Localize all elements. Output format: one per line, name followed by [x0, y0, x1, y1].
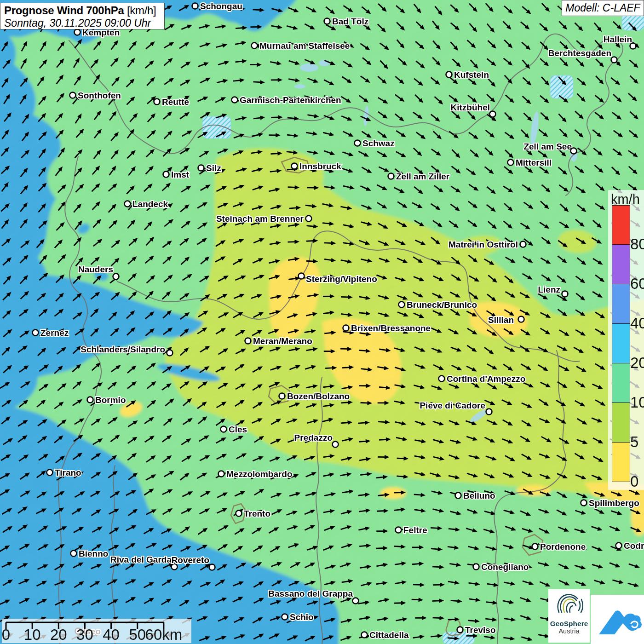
city-marker [154, 99, 160, 105]
map-title-box: Prognose Wind 700hPa [km/h] Sonntag, 30.… [0, 3, 165, 29]
city-label: Treviso [465, 625, 496, 635]
city-label: Riva del Garda [110, 555, 172, 564]
model-label-box: Modell: C-LAEF [562, 0, 644, 16]
city-marker [33, 330, 39, 336]
city-marker [306, 216, 312, 222]
city-label: Cittadella [369, 630, 409, 640]
scale-tick-label: 60km [145, 626, 183, 643]
city-marker [353, 598, 359, 604]
city-marker [245, 338, 251, 344]
city-label: Schlanders/Silandro [80, 345, 165, 354]
city-marker [221, 426, 227, 432]
legend-segment [612, 284, 630, 324]
city-label: Zernez [40, 328, 69, 338]
city-label: Feltre [403, 525, 427, 535]
city-label: Bozen/Bolzano [287, 391, 350, 401]
city-marker [113, 274, 119, 280]
scale-tick-label: 30 [76, 626, 93, 643]
city-label: Trento [244, 509, 270, 518]
legend-segment [612, 403, 630, 443]
city-marker [75, 29, 80, 35]
city-label: Bormio [95, 395, 126, 405]
city-label: Predazzo [294, 433, 333, 443]
city-marker [388, 173, 394, 179]
legend-tick-label: 60 [630, 275, 644, 293]
city-label: Nauders [78, 264, 113, 274]
city-label: Spilimbergo [589, 498, 639, 508]
wind-speed-legend: km/h 806040201050 [608, 190, 644, 490]
legend-segment [612, 205, 630, 245]
city-label: Silz [206, 163, 221, 173]
city-marker [47, 470, 53, 476]
city-marker [236, 511, 242, 517]
legend-segment [612, 245, 630, 284]
city-label: Pieve di Cadore [420, 401, 485, 410]
geosphere-org-region: Austria [548, 627, 590, 635]
geosphere-contour-icon [554, 591, 584, 618]
city-label: Kitzbühel [451, 103, 490, 112]
city-label: Sterzing/Vipiteno [306, 274, 377, 284]
city-label: Kufstein [454, 70, 489, 80]
geosphere-logo-box: GeoSphere Austria [548, 589, 590, 643]
city-label: Belluno [463, 491, 495, 500]
app-logo-box [591, 595, 644, 644]
city-marker [125, 201, 131, 207]
city-marker [455, 493, 461, 499]
city-label: Imst [171, 170, 190, 179]
city-marker [87, 397, 93, 403]
city-label: Codroipo [624, 541, 644, 551]
city-marker [252, 43, 258, 49]
city-label: Murnau am Staffelsee [259, 41, 350, 51]
city-label: Pordenone [540, 542, 586, 552]
city-label: Zell am See [523, 142, 572, 151]
city-marker [333, 442, 339, 448]
city-label: Berchtesgaden [548, 48, 611, 58]
city-label: Meran/Merano [253, 336, 312, 346]
legend-tick-label: 40 [630, 315, 644, 332]
city-marker [70, 92, 76, 98]
city-marker [192, 3, 198, 9]
wind-forecast-map: SchongauBad TölzKemptenMurnau am Staffel… [0, 0, 644, 644]
forecast-datetime: Sonntag, 30.11.2025 09:00 Uhr [4, 17, 161, 29]
city-marker [490, 111, 496, 117]
city-label: Sonthofen [78, 91, 121, 100]
city-label: Schwaz [362, 138, 395, 148]
page-title: Prognose Wind 700hPa [km/h] [4, 4, 161, 17]
geosphere-org-name: GeoSphere [548, 620, 590, 627]
city-label: Reutte [162, 97, 189, 107]
city-marker [355, 140, 361, 146]
city-marker [198, 165, 204, 171]
city-label: Cortina d'Ampezzo [447, 374, 525, 384]
city-marker [508, 160, 514, 166]
city-marker [71, 551, 77, 557]
city-marker [532, 544, 538, 550]
weather-map-page: { "header": { "title_bold": "Prognose Wi… [0, 0, 644, 644]
city-marker [457, 627, 463, 633]
legend-segment [612, 324, 630, 363]
scale-tick-label: 50 [129, 626, 146, 643]
city-marker [362, 632, 368, 638]
legend-tick-label: 5 [630, 433, 638, 451]
scale-tick-label: 20 [50, 626, 67, 643]
city-label: Bruneck/Brunico [407, 300, 477, 310]
city-marker [282, 614, 288, 620]
city-marker [571, 148, 577, 154]
city-marker [562, 291, 568, 297]
city-label: Schongau [200, 1, 242, 11]
city-label: Hallein [604, 34, 632, 44]
city-marker [209, 564, 215, 570]
city-label: Mittersill [516, 158, 552, 167]
city-marker [324, 18, 330, 24]
city-marker [520, 242, 526, 247]
city-marker [439, 376, 445, 382]
city-label: Innsbruck [299, 161, 341, 171]
city-marker [163, 172, 169, 178]
city-marker [486, 409, 492, 415]
city-label: Zell am Ziller [396, 172, 450, 181]
city-marker [343, 325, 349, 331]
city-label: Tirano [55, 468, 81, 477]
city-marker [218, 471, 224, 477]
city-label: Bassano del Grappa [268, 589, 353, 598]
mountain-app-icon [591, 595, 644, 644]
city-label: Matrei in Osttirol [448, 240, 518, 249]
